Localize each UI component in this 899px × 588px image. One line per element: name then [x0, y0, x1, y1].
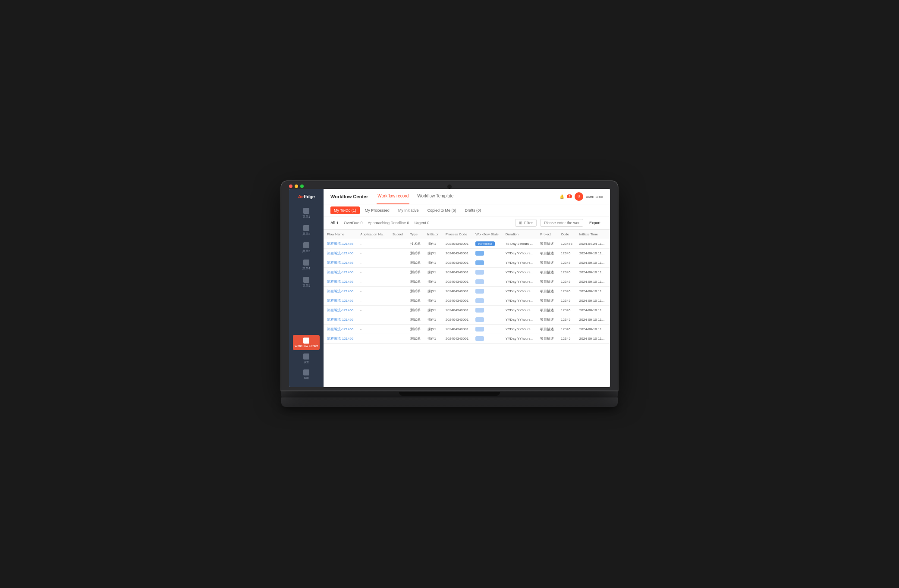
flow-name-link[interactable]: 流程编流-121456 [327, 270, 353, 274]
initiate-time-cell: 2024-04-24 11... [576, 239, 608, 249]
minimize-button[interactable] [295, 185, 298, 188]
code-cell: 12345 [557, 249, 576, 258]
filter-approaching[interactable]: Approaching Deadline 0 [368, 221, 409, 225]
col-subset: Subset [389, 230, 407, 239]
notification-icon[interactable]: 🔔 [560, 194, 564, 199]
export-button[interactable]: Export [587, 219, 603, 226]
receive-time-cell: 2024-00-10 11... [608, 296, 610, 306]
filter-icon: ⊞ [519, 221, 522, 225]
flow-name-link[interactable]: 流程编流-121456 [327, 261, 353, 265]
status-badge [475, 298, 484, 303]
initiator-cell: 操作1 [424, 249, 442, 258]
type-cell: 测试单 [407, 249, 424, 258]
receive-time-cell: 2024-00-10 11... [608, 325, 610, 334]
app-name-cell: - [357, 296, 389, 306]
initiator-cell: 操作1 [424, 287, 442, 296]
sidebar-label-4: 菜单4 [302, 266, 310, 271]
initiate-time-cell: 2024-00-10 11... [576, 277, 608, 287]
subset-cell [389, 325, 407, 334]
code-cell: 12345 [557, 287, 576, 296]
table-row: 流程编流-121456 - 测试单 操作1 202404340001 YYDay… [324, 296, 610, 306]
app-name-cell: - [357, 287, 389, 296]
workflow-state-cell [472, 325, 502, 334]
tab-workflow-template[interactable]: Workflow Template [416, 189, 454, 204]
initiate-time-cell: 2024-00-10 11... [576, 306, 608, 315]
duration-cell: YYDay YYhours... [502, 277, 537, 287]
laptop-hinge [399, 392, 500, 396]
flow-name-link[interactable]: 流程编流-121456 [327, 280, 353, 284]
duration-cell: YYDay YYhours... [502, 287, 537, 296]
sub-tabs: My To-Do (1) My Processed My Initiative … [324, 204, 610, 216]
flow-name-link[interactable]: 流程编流-121456 [327, 327, 353, 331]
filter-overdue[interactable]: OverDue 0 [344, 221, 363, 225]
sidebar-item-1[interactable]: 菜单1 [289, 205, 324, 222]
sub-tab-initiative[interactable]: My Initiative [395, 206, 422, 214]
sub-tab-drafts[interactable]: Drafts (0) [461, 206, 484, 214]
settings-label: 设置 [304, 360, 309, 364]
sidebar-workflow-center[interactable]: WorkFlow Center [293, 335, 320, 350]
sidebar-item-2[interactable]: 菜单2 [289, 222, 324, 239]
flow-name-link[interactable]: 流程编流-121456 [327, 299, 353, 303]
sidebar-settings[interactable]: 设置 [302, 352, 311, 366]
type-cell: 测试单 [407, 277, 424, 287]
filter-tabs: All 1 OverDue 0 Approaching Deadline 0 U… [330, 221, 429, 225]
flow-name-link[interactable]: 流程编流-121456 [327, 318, 353, 322]
sidebar-help[interactable]: 帮助 [302, 368, 311, 382]
sub-tab-processed[interactable]: My Processed [361, 206, 393, 214]
sub-tab-todo[interactable]: My To-Do (1) [330, 206, 360, 214]
sidebar-bottom: WorkFlow Center 设置 帮助 [289, 335, 324, 382]
screen: AirEdge 菜单1 菜单2 菜单3 [289, 189, 610, 387]
project-cell: 项目描述 [537, 306, 557, 315]
workflow-center-label: WorkFlow Center [295, 344, 318, 347]
traffic-lights [289, 185, 304, 188]
nav-icon-2 [303, 225, 309, 231]
nav-icon-1 [303, 208, 309, 214]
tab-workflow-record[interactable]: Workflow record [377, 189, 409, 204]
flow-name-link[interactable]: 流程编流-121456 [327, 289, 353, 293]
filter-urgent[interactable]: Urgent 0 [415, 221, 430, 225]
subset-cell [389, 258, 407, 268]
type-cell: 测试单 [407, 287, 424, 296]
filter-label: Filter [524, 221, 533, 225]
initiate-time-cell: 2024-00-10 11... [576, 296, 608, 306]
workflow-state-cell [472, 296, 502, 306]
filter-all[interactable]: All 1 [330, 221, 339, 225]
type-cell: 测试单 [407, 296, 424, 306]
flow-name-link[interactable]: 流程编流-121456 [327, 337, 353, 341]
help-icon [303, 369, 309, 375]
workflow-state-cell [472, 306, 502, 315]
nav-icon-5 [303, 277, 309, 283]
subset-cell [389, 334, 407, 344]
flow-name-link[interactable]: 流程编流-121456 [327, 308, 353, 312]
search-input[interactable] [540, 219, 583, 227]
maximize-button[interactable] [300, 185, 304, 188]
project-cell: 项目描述 [537, 249, 557, 258]
sidebar-item-5[interactable]: 菜单5 [289, 274, 324, 291]
col-workflow-state: Workflow State [472, 230, 502, 239]
laptop-bottom [281, 397, 618, 407]
status-badge [475, 336, 484, 341]
avatar[interactable]: U [575, 192, 583, 201]
project-cell: 项目描述 [537, 315, 557, 325]
duration-cell: YYDay YYhours... [502, 296, 537, 306]
col-app-name: Application Na... [357, 230, 389, 239]
sub-tab-copied[interactable]: Copied to Me (5) [424, 206, 459, 214]
type-cell: 测试单 [407, 258, 424, 268]
status-badge [475, 308, 484, 313]
filter-button[interactable]: ⊞ Filter [515, 219, 537, 227]
close-button[interactable] [289, 185, 292, 188]
initiate-time-cell: 2024-00-10 11... [576, 334, 608, 344]
workflow-state-cell [472, 258, 502, 268]
flow-name-link[interactable]: 流程编流-121456 [327, 251, 353, 255]
sidebar-item-4[interactable]: 菜单4 [289, 257, 324, 273]
flow-name-link[interactable]: 流程编流-121456 [327, 242, 353, 246]
code-cell: 12345 [557, 315, 576, 325]
receive-time-cell: 2024-00-10 11... [608, 277, 610, 287]
app-name-cell: - [357, 315, 389, 325]
sidebar-item-3[interactable]: 菜单3 [289, 240, 324, 256]
app-name-cell: - [357, 239, 389, 249]
table-row: 流程编流-121456 - 测试单 操作1 202404340001 YYDay… [324, 325, 610, 334]
workflow-state-cell [472, 268, 502, 277]
status-badge [475, 317, 484, 322]
col-duration: Duration [502, 230, 537, 239]
